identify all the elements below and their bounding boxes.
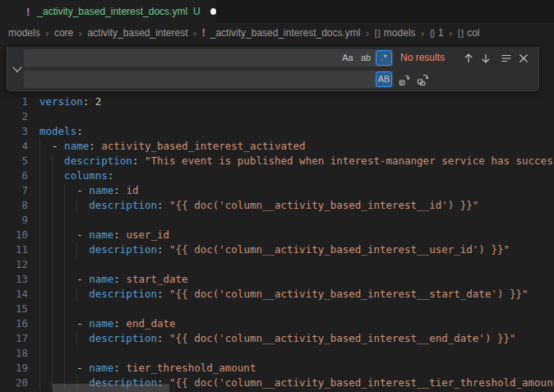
- code-token: version: [39, 95, 83, 108]
- chevron-right-icon: ›: [421, 27, 425, 39]
- preserve-case-toggle[interactable]: AB: [376, 71, 392, 87]
- code-line[interactable]: 19 - name: tier_threshold_amount: [0, 361, 554, 376]
- line-number[interactable]: 9: [0, 213, 28, 228]
- line-number[interactable]: 20: [0, 376, 28, 390]
- code-token: :: [108, 169, 114, 182]
- code-token: :: [113, 228, 120, 241]
- breadcrumb-symbol-models[interactable]: [ ] models: [375, 27, 416, 39]
- indent-guide-icon: [39, 213, 40, 228]
- line-number[interactable]: 8: [0, 198, 28, 213]
- line-number[interactable]: 15: [0, 302, 28, 316]
- whole-word-icon: ab: [361, 49, 371, 67]
- breadcrumb-symbol-index[interactable]: {} 1: [430, 27, 444, 39]
- code-token: activity_based_interest_activated: [95, 140, 306, 152]
- tab-active[interactable]: ! _activity_based_interest_docs.yml U: [0, 0, 217, 23]
- close-icon[interactable]: [516, 51, 531, 66]
- find-next-button[interactable]: [478, 51, 493, 66]
- code-line[interactable]: 1version: 2: [0, 95, 554, 109]
- line-number[interactable]: 5: [0, 154, 28, 168]
- code-line[interactable]: 15: [0, 302, 554, 316]
- indent-guide-icon: [64, 361, 65, 376]
- breadcrumb-item-core[interactable]: core: [54, 27, 73, 39]
- code-token: "This event is published when interest-m…: [138, 154, 554, 167]
- code-line-content: - name: user_id: [28, 228, 554, 242]
- line-number[interactable]: 12: [0, 257, 28, 272]
- line-number[interactable]: 7: [0, 183, 28, 198]
- code-line[interactable]: 8 description: "{{ doc('column__activity…: [0, 198, 554, 213]
- breadcrumb-symbol-label: models: [384, 27, 416, 39]
- code-token: :: [113, 184, 120, 196]
- code-line-content: description: "{{ doc('column__activity_b…: [28, 242, 554, 257]
- line-number[interactable]: 19: [0, 361, 28, 376]
- code-token: :: [113, 273, 120, 285]
- indent-guide-icon: [39, 183, 40, 198]
- indent-guide-icon: [39, 198, 40, 213]
- line-number[interactable]: 16: [0, 316, 28, 331]
- code-line[interactable]: 13 - name: start_date: [0, 272, 554, 287]
- code-line[interactable]: 12: [0, 257, 554, 272]
- code-line[interactable]: 9: [0, 213, 554, 228]
- code-token: start_date: [120, 273, 188, 285]
- indent-guide-icon: [76, 287, 77, 302]
- code-token: "{{ doc('column__activity_based_interest…: [164, 243, 510, 256]
- line-number[interactable]: 18: [0, 346, 28, 361]
- breadcrumb-item-file[interactable]: ! _activity_based_interest_docs.yml: [202, 27, 361, 39]
- code-line[interactable]: 6 columns:: [0, 168, 554, 183]
- regex-toggle[interactable]: .*: [376, 50, 392, 66]
- line-number[interactable]: 2: [0, 109, 28, 124]
- dirty-indicator-icon[interactable]: [210, 8, 216, 15]
- code-line[interactable]: 5 description: "This event is published …: [0, 154, 554, 168]
- code-line[interactable]: 14 description: "{{ doc('column__activit…: [0, 287, 554, 302]
- find-in-selection-button[interactable]: [499, 51, 514, 66]
- code-token: name: [89, 184, 113, 196]
- code-line[interactable]: 10 - name: user_id: [0, 228, 554, 242]
- code-token: :: [89, 140, 95, 152]
- code-token: name: [89, 362, 113, 374]
- code-line[interactable]: 18: [0, 346, 554, 361]
- code-line[interactable]: 2: [0, 109, 554, 124]
- line-number[interactable]: 11: [0, 242, 28, 257]
- code-line[interactable]: 17 description: "{{ doc('column__activit…: [0, 331, 554, 346]
- code-token: :: [113, 362, 120, 374]
- indent-guide-icon: [39, 331, 40, 346]
- code-token: :: [113, 317, 120, 330]
- line-number[interactable]: 10: [0, 228, 28, 242]
- replace-all-button[interactable]: [415, 72, 430, 87]
- code-line[interactable]: 7 - name: id: [0, 183, 554, 198]
- match-case-toggle[interactable]: Aa: [339, 50, 356, 66]
- find-input[interactable]: \s{6}- name: (.*)\n description: "" Aa a…: [24, 49, 394, 67]
- indent-guide-icon: [64, 213, 65, 228]
- yaml-file-icon: !: [26, 6, 30, 18]
- line-number[interactable]: 17: [0, 331, 28, 346]
- replace-input[interactable]: - name: $1\n description: "{{ doc('colum…: [24, 71, 394, 88]
- code-line[interactable]: 16 - name: end_date: [0, 316, 554, 331]
- code-line[interactable]: 4 - name: activity_based_interest_activa…: [0, 139, 554, 154]
- breadcrumb-item-folder[interactable]: activity_based_interest: [87, 27, 187, 39]
- find-previous-button[interactable]: [461, 51, 476, 66]
- indent-guide-icon: [39, 154, 40, 168]
- indent-guide-icon: [39, 272, 40, 287]
- breadcrumb-item-models[interactable]: models: [8, 27, 40, 39]
- code-line-content: - name: activity_based_interest_activate…: [28, 139, 554, 154]
- chevron-right-icon: ›: [78, 27, 82, 39]
- indent-guide-icon: [52, 331, 53, 346]
- line-number[interactable]: 4: [0, 139, 28, 154]
- replace-button[interactable]: [396, 72, 411, 87]
- line-number[interactable]: 13: [0, 272, 28, 287]
- chevron-down-icon[interactable]: [12, 62, 21, 71]
- code-line[interactable]: 3models:: [0, 124, 554, 139]
- horizontal-scrollbar[interactable]: [53, 384, 169, 392]
- whole-word-toggle[interactable]: ab: [358, 50, 374, 66]
- line-number[interactable]: 14: [0, 287, 28, 302]
- breadcrumb-symbol-columns[interactable]: [ ] col: [458, 27, 480, 39]
- code-token: description: [89, 288, 157, 300]
- indent-guide-icon: [39, 302, 40, 316]
- code-line[interactable]: 11 description: "{{ doc('column__activit…: [0, 242, 554, 257]
- code-line-content: [28, 257, 554, 272]
- line-number[interactable]: 6: [0, 168, 28, 183]
- indent-guide-icon: [52, 168, 53, 183]
- code-line-content: - name: tier_threshold_amount: [28, 361, 554, 376]
- indent-guide-icon: [64, 242, 65, 257]
- line-number[interactable]: 1: [0, 95, 28, 109]
- line-number[interactable]: 3: [0, 124, 28, 139]
